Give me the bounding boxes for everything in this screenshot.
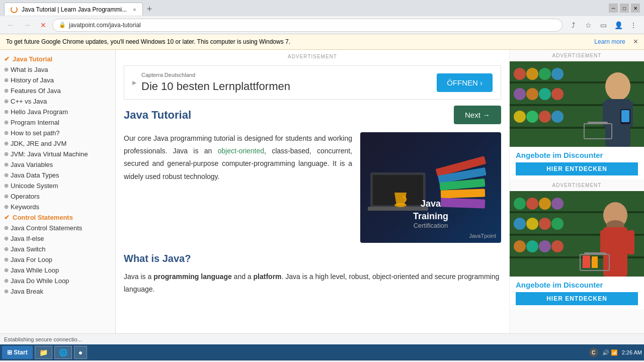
article-title: Java Tutorial xyxy=(124,109,191,122)
address-bar[interactable]: 🔒 javatpoint.com/java-tutorial xyxy=(52,19,562,32)
svg-point-41 xyxy=(514,218,526,230)
taskbar-chrome[interactable]: ● xyxy=(74,346,87,359)
sidebar-toggle-btn[interactable]: ▭ xyxy=(597,19,610,32)
sidebar-item-features-of-java[interactable]: ⊕ Features Of Java xyxy=(0,85,115,96)
sidebar-label-java-tutorial: Java Tutorial xyxy=(13,55,52,63)
sidebar-item-java-control-statements[interactable]: ⊕ Java Control Statements xyxy=(0,223,115,233)
forward-btn[interactable]: → xyxy=(20,18,34,32)
java-certification-text: Certification xyxy=(413,222,448,229)
sidebar-label-java-control-statements: Java Control Statements xyxy=(11,224,82,232)
back-btn[interactable]: ← xyxy=(4,18,18,32)
ad-open-btn[interactable]: ÖFFNEN › xyxy=(437,73,493,92)
title-bar: Java Tutorial | Learn Java Programmi... … xyxy=(0,0,644,16)
svg-point-43 xyxy=(539,218,551,230)
right-ad-btn-2[interactable]: HIER ENTDECKEN xyxy=(516,292,638,305)
sidebar-label-java-for-loop: Java For Loop xyxy=(11,256,52,263)
taskbar-edge[interactable]: 🌐 xyxy=(54,346,72,359)
sidebar-item-cpp-vs-java[interactable]: ⊕ C++ vs Java xyxy=(0,96,115,107)
right-ad-title-2: Angebote im Discounter xyxy=(516,281,638,289)
plus-icon: ⊕ xyxy=(4,225,9,231)
sidebar-item-history-of-java[interactable]: ⊕ History of Java xyxy=(0,75,115,85)
sidebar-item-jvm[interactable]: ⊕ JVM: Java Virtual Machine xyxy=(0,149,115,159)
plus-icon: ⊕ xyxy=(4,246,9,252)
right-ad-btn-1[interactable]: HIER ENTDECKEN xyxy=(516,162,638,175)
sidebar: ✔ Java Tutorial ⊕ What is Java ⊕ History… xyxy=(0,50,116,333)
svg-point-14 xyxy=(526,68,538,80)
close-btn[interactable]: ✕ xyxy=(631,4,640,13)
active-tab[interactable]: Java Tutorial | Learn Java Programmi... … xyxy=(4,3,143,16)
sidebar-item-java-tutorial[interactable]: ✔ Java Tutorial xyxy=(0,54,115,64)
plus-icon: ⊕ xyxy=(4,267,9,274)
tab-title: Java Tutorial | Learn Java Programmi... xyxy=(22,6,127,13)
sidebar-item-keywords[interactable]: ⊕ Keywords xyxy=(0,202,115,212)
sidebar-item-hello-java-program[interactable]: ⊕ Hello Java Program xyxy=(0,107,115,117)
right-ad-image-1 xyxy=(510,61,644,147)
plus-icon: ⊕ xyxy=(4,151,9,157)
browser-content: ✔ Java Tutorial ⊕ What is Java ⊕ History… xyxy=(0,50,644,333)
next-btn[interactable]: Next → xyxy=(454,106,501,124)
sidebar-item-java-for-loop[interactable]: ⊕ Java For Loop xyxy=(0,254,115,265)
tab-close-btn[interactable]: × xyxy=(133,7,136,13)
infobar-close-btn[interactable]: × xyxy=(633,37,638,46)
svg-point-15 xyxy=(539,68,551,80)
object-oriented-link[interactable]: object-oriented xyxy=(217,147,264,155)
plus-icon: ⊕ xyxy=(4,204,9,210)
javatpoint-brand: JavaTpoint xyxy=(469,233,496,239)
sidebar-item-program-internal[interactable]: ⊕ Program Internal xyxy=(0,117,115,128)
plus-icon: ⊕ xyxy=(4,130,9,136)
sidebar-label-cpp-vs-java: C++ vs Java xyxy=(11,98,47,105)
sidebar-item-how-to-set-path[interactable]: ⊕ How to set path? xyxy=(0,128,115,138)
info-message: To get future Google Chrome updates, you… xyxy=(6,38,290,45)
plus-icon: ⊕ xyxy=(4,256,9,263)
plus-icon: ⊕ xyxy=(4,140,9,147)
sidebar-item-java-switch[interactable]: ⊕ Java Switch xyxy=(0,244,115,254)
reload-btn[interactable]: ✕ xyxy=(36,18,50,32)
sidebar-item-control-statements[interactable]: ✔ Control Statements xyxy=(0,212,115,223)
plus-icon: ⊕ xyxy=(4,66,9,73)
svg-point-16 xyxy=(551,68,564,80)
status-bar: Establishing secure connectio... xyxy=(0,333,644,344)
java-training-title: Java xyxy=(413,199,448,209)
svg-point-19 xyxy=(539,88,551,100)
svg-point-45 xyxy=(514,240,526,252)
menu-btn[interactable]: ⋮ xyxy=(627,19,640,32)
new-tab-btn[interactable]: + xyxy=(147,3,152,16)
sidebar-item-what-is-java[interactable]: ⊕ What is Java xyxy=(0,64,115,75)
main-content: ADVERTISEMENT ▶ Capterra Deutschland Die… xyxy=(116,50,509,333)
right-ad-title-1: Angebote im Discounter xyxy=(516,151,638,159)
sidebar-item-java-data-types[interactable]: ⊕ Java Data Types xyxy=(0,170,115,180)
sidebar-label-features-of-java: Features Of Java xyxy=(11,87,61,95)
maximize-btn[interactable]: □ xyxy=(620,4,629,13)
account-btn[interactable]: 👤 xyxy=(612,19,625,32)
minimize-btn[interactable]: ─ xyxy=(609,4,618,13)
sidebar-label-unicode-system: Unicode System xyxy=(11,182,58,190)
bookmark-btn[interactable]: ☆ xyxy=(582,19,595,32)
plus-icon: ⊕ xyxy=(4,235,9,242)
lock-icon: 🔒 xyxy=(59,22,66,28)
ad-title: Die 10 besten Lernplattformen xyxy=(141,80,290,93)
svg-point-47 xyxy=(539,240,551,252)
svg-point-22 xyxy=(526,111,538,123)
sidebar-label-java-if-else: Java If-else xyxy=(11,235,44,242)
svg-point-24 xyxy=(551,111,564,123)
share-btn[interactable]: ⤴ xyxy=(567,19,580,32)
sidebar-label-jvm: JVM: Java Virtual Machine xyxy=(11,150,88,158)
taskbar-file-explorer[interactable]: 📁 xyxy=(35,346,52,359)
learn-more-link[interactable]: Learn more xyxy=(594,38,625,45)
what-is-java-heading: What is Java? xyxy=(124,253,501,264)
start-button[interactable]: ⊞ Start xyxy=(2,346,33,359)
sidebar-item-java-if-else[interactable]: ⊕ Java If-else xyxy=(0,233,115,244)
sidebar-item-unicode-system[interactable]: ⊕ Unicode System xyxy=(0,180,115,191)
sidebar-item-jdk-jre-jvm[interactable]: ⊕ JDK, JRE and JVM xyxy=(0,138,115,149)
sidebar-item-java-variables[interactable]: ⊕ Java Variables xyxy=(0,159,115,170)
sidebar-label-how-to-set-path: How to set path? xyxy=(11,129,60,137)
sidebar-item-operators[interactable]: ⊕ Operators xyxy=(0,191,115,202)
sidebar-item-java-do-while-loop[interactable]: ⊕ Java Do While Loop xyxy=(0,276,115,286)
sidebar-label-java-data-types: Java Data Types xyxy=(11,171,59,179)
ad-label: ADVERTISEMENT xyxy=(124,54,501,59)
sidebar-item-java-while-loop[interactable]: ⊕ Java While Loop xyxy=(0,265,115,276)
sidebar-label-java-variables: Java Variables xyxy=(11,161,53,168)
article: Java Tutorial Next → Our core Java progr… xyxy=(116,106,509,304)
svg-point-40 xyxy=(551,198,564,210)
sidebar-item-java-break[interactable]: ⊕ Java Break xyxy=(0,286,115,297)
